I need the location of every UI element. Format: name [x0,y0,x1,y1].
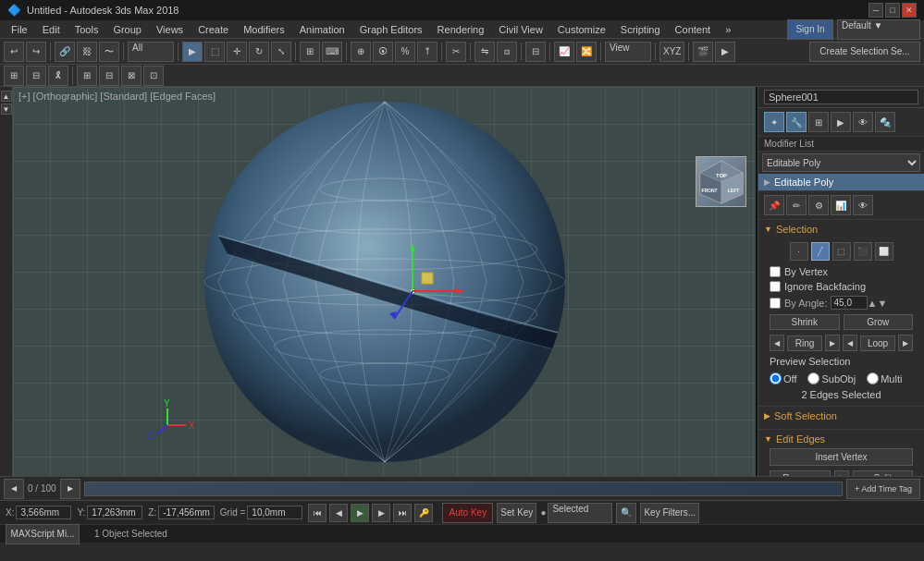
scene-explorer[interactable]: ⊞ [4,66,24,86]
play-button[interactable]: ▶ [351,504,369,522]
keyboard-shortcut-override[interactable]: ⌨ [322,42,342,62]
minimize-button[interactable]: ─ [869,3,883,18]
soft-selection-title[interactable]: ▶ Soft Selection [764,410,918,421]
grow-button[interactable]: Grow [844,314,914,330]
create-panel-icon[interactable]: ✦ [764,112,784,132]
prev-frame-button[interactable]: ◀ [329,504,348,522]
reference-button[interactable]: ⊞ [300,42,320,62]
hierarchy-panel-icon[interactable]: ⊞ [808,112,829,132]
select-region-button[interactable]: ⬚ [204,42,225,62]
left-panel-down[interactable]: ▼ [1,104,12,115]
viewport-layout[interactable]: ⊞ [77,66,97,86]
preview-off-radio[interactable] [770,372,782,384]
remove-settings-button[interactable]: ⬛ [834,470,849,476]
menu-content[interactable]: Content [668,22,719,37]
key-mode-button[interactable]: 🔑 [414,504,433,522]
y-value[interactable]: 17,263mm [87,506,142,519]
set-key-button[interactable]: Set Key [497,503,536,523]
menu-group[interactable]: Group [105,22,149,37]
close-button[interactable]: ✕ [902,3,917,18]
sign-in-button[interactable]: Sign In [787,19,833,40]
snap-toggle-button[interactable]: ⊕ [351,42,371,62]
workspace-dropdown[interactable]: Default ▼ [837,19,920,40]
create-selection-button[interactable]: Create Selection Se... [809,42,920,62]
sub-icon-pencil[interactable]: ✏ [786,195,807,215]
menu-create[interactable]: Create [191,22,236,37]
menu-scripting[interactable]: Scripting [613,22,668,37]
viewport[interactable]: [+] [Orthographic] [Standard] [Edged Fac… [13,87,758,476]
layer-explorer[interactable]: ⊟ [26,66,46,86]
sub-icon-eye[interactable]: 👁 [853,195,873,215]
curve-editor[interactable]: 📈 [554,42,574,62]
remove-button[interactable]: Remove [770,470,831,476]
scale-button[interactable]: ⤡ [271,42,291,62]
sub-icon-gear[interactable]: ⚙ [808,195,829,215]
align-button[interactable]: ⧈ [497,42,517,62]
edge-icon[interactable]: ╱ [811,242,830,261]
menu-edit[interactable]: Edit [35,22,68,37]
next-frame-button[interactable]: ▶ [372,504,390,522]
render-setup[interactable]: 🎬 [693,42,713,62]
border-icon[interactable]: ⬚ [832,242,851,261]
angle-spinner-icon[interactable]: ▲▼ [868,298,914,309]
shrink-button[interactable]: Shrink [770,314,840,330]
polygon-icon[interactable]: ⬛ [854,242,872,261]
viewport-layout-3[interactable]: ⊠ [121,66,142,86]
rotate-button[interactable]: ↻ [249,42,269,62]
menu-rendering[interactable]: Rendering [430,22,492,37]
modify-panel-icon[interactable]: 🔧 [786,112,807,132]
menu-tools[interactable]: Tools [68,22,106,37]
by-vertex-checkbox[interactable] [770,266,781,277]
loop-button[interactable]: Loop [860,335,895,351]
bind-space-warp-button[interactable]: 〜 [99,42,119,62]
by-angle-input[interactable] [831,296,868,310]
view-dropdown[interactable]: View [605,42,651,62]
toggle-ribbon[interactable]: 🎗 [48,66,68,86]
menu-customize[interactable]: Customize [550,22,613,37]
quick-render[interactable]: ▶ [715,42,735,62]
ring-button[interactable]: Ring [787,335,822,351]
split-button[interactable]: Split [853,470,914,476]
ring-prev-button[interactable]: ◀ [770,335,784,351]
select-button[interactable]: ▶ [182,42,203,62]
sub-icon-graph[interactable]: 📊 [831,195,851,215]
navigation-cube[interactable]: TOP FRONT LEFT [696,156,746,207]
frame-slider[interactable] [84,482,843,496]
left-panel-up[interactable]: ▲ [1,91,12,102]
maximize-button[interactable]: □ [885,3,900,18]
layer-manager[interactable]: ⊟ [525,42,546,62]
menu-more[interactable]: » [718,22,738,37]
menu-animation[interactable]: Animation [292,22,352,37]
insert-vertex-button[interactable]: Insert Vertex [770,448,913,466]
undo-button[interactable]: ↩ [4,42,24,62]
menu-modifiers[interactable]: Modifiers [236,22,292,37]
object-name[interactable]: Sphere001 [764,90,918,104]
viewport-layout-4[interactable]: ⊡ [143,66,164,86]
loop-prev-button[interactable]: ◀ [843,335,857,351]
edit-named-selection[interactable]: ✂ [446,42,466,62]
mirror-button[interactable]: ⇋ [474,42,495,62]
by-angle-checkbox[interactable] [770,298,781,309]
modifier-stack-dropdown[interactable]: Editable Poly [762,153,920,172]
ring-next-button[interactable]: ▶ [825,335,840,351]
redo-button[interactable]: ↪ [26,42,46,62]
loop-next-button[interactable]: ▶ [898,335,913,351]
sub-icon-pin[interactable]: 📌 [764,195,784,215]
angle-snap-button[interactable]: ⦿ [373,42,393,62]
maxscript-mini-listener[interactable]: MAXScript Mi... [6,524,80,544]
percent-snap-button[interactable]: % [395,42,415,62]
search-button[interactable]: 🔍 [616,503,636,523]
display-panel-icon[interactable]: 👁 [853,112,873,132]
filter-dropdown[interactable]: All [128,42,174,62]
menu-file[interactable]: File [4,22,35,37]
add-time-tag[interactable]: + Add Time Tag [846,479,920,499]
timeline-scroll-right[interactable]: ▶ [60,479,80,499]
menu-civil-view[interactable]: Civil View [491,22,549,37]
unlink-button[interactable]: ⛓ [77,42,97,62]
preview-multi-radio[interactable] [867,372,879,384]
preview-subobj-radio[interactable] [807,372,819,384]
modifier-item-editable-poly[interactable]: ▶ Editable Poly [758,174,924,191]
selection-type-dropdown[interactable]: Selected [548,503,612,523]
move-button[interactable]: ✛ [227,42,247,62]
z-value[interactable]: -17,456mm [158,506,215,519]
